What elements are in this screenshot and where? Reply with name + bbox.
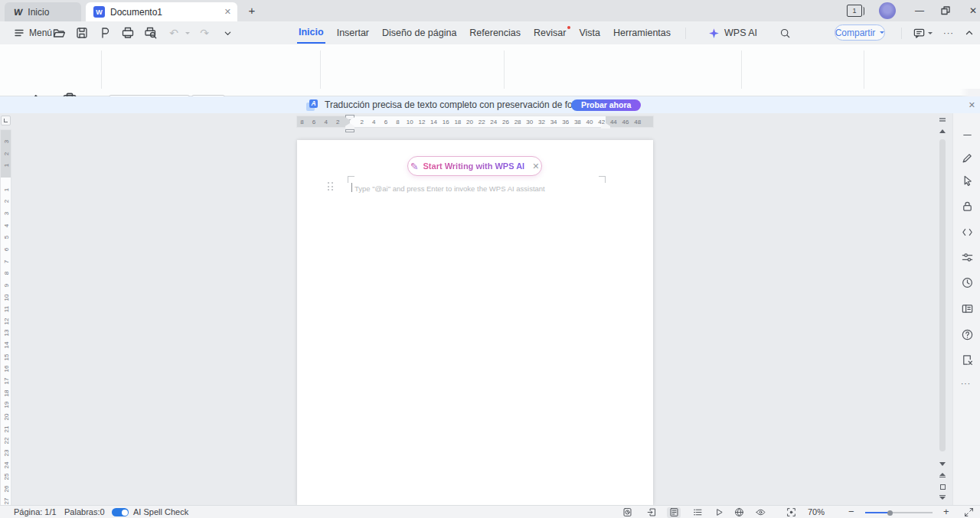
focus-mode-button[interactable] bbox=[784, 507, 798, 518]
tab-revisar[interactable]: Revisar bbox=[532, 23, 567, 43]
sidebar-more-button[interactable]: ··· bbox=[961, 380, 974, 393]
ruler-number: 6 bbox=[312, 119, 315, 125]
menu-button[interactable]: Menú bbox=[9, 21, 57, 44]
open-file-button[interactable] bbox=[51, 24, 67, 41]
web-layout-button[interactable] bbox=[732, 507, 746, 518]
new-tab-button[interactable]: + bbox=[245, 4, 259, 17]
tab-herramientas[interactable]: Herramientas bbox=[612, 23, 672, 43]
ai-pill-close-icon[interactable]: ✕ bbox=[532, 161, 539, 171]
redo-button[interactable]: ↷ bbox=[196, 24, 213, 41]
close-window-button[interactable]: ✕ bbox=[962, 0, 980, 21]
tab-inicio[interactable]: Inicio bbox=[297, 22, 325, 44]
zoom-slider[interactable] bbox=[865, 512, 933, 513]
v-ruler[interactable]: 3211234567891011121314151617181920212223… bbox=[1, 130, 11, 505]
protect-document-button[interactable] bbox=[961, 200, 974, 213]
group-divider bbox=[101, 50, 102, 89]
home-tab[interactable]: W Inicio bbox=[5, 2, 81, 21]
vertical-scrollbar[interactable] bbox=[937, 113, 948, 505]
next-page-button[interactable] bbox=[937, 493, 948, 502]
task-window-button[interactable] bbox=[620, 507, 634, 518]
source-code-button[interactable] bbox=[961, 226, 974, 239]
group-divider bbox=[504, 50, 505, 89]
wps-ai-label: WPS AI bbox=[724, 28, 757, 38]
collapse-ribbon-button[interactable] bbox=[965, 28, 974, 37]
fit-page-button[interactable] bbox=[962, 507, 975, 518]
zoom-out-button[interactable]: − bbox=[848, 506, 854, 517]
tab-insertar[interactable]: Insertar bbox=[335, 23, 371, 43]
tab-stop-selector[interactable] bbox=[1, 116, 11, 125]
print-button[interactable] bbox=[119, 24, 136, 41]
page-count[interactable]: Página: 1/1 bbox=[14, 507, 57, 516]
help-button[interactable] bbox=[961, 328, 974, 341]
expand-icon bbox=[964, 507, 974, 517]
workspace: 8642246810121416182022242628303234363840… bbox=[0, 113, 980, 505]
export-pdf-button[interactable] bbox=[96, 24, 113, 41]
pages-indicator[interactable]: 1 bbox=[847, 5, 862, 17]
read-mode-button[interactable] bbox=[753, 507, 767, 518]
left-indent-marker[interactable] bbox=[345, 129, 354, 132]
search-icon bbox=[779, 28, 791, 39]
ai-writing-pill[interactable]: ✎ Start Writing with WPS AI ✕ bbox=[407, 156, 542, 176]
document-page[interactable]: ✎ Start Writing with WPS AI ✕ Type "@ai"… bbox=[297, 140, 653, 505]
play-icon bbox=[714, 507, 724, 517]
close-tab-icon[interactable]: ✕ bbox=[224, 7, 231, 17]
document-tab[interactable]: W Documento1 ✕ bbox=[86, 2, 237, 21]
undo-caret-icon[interactable] bbox=[185, 32, 190, 34]
restore-button[interactable] bbox=[934, 0, 957, 21]
comments-button[interactable] bbox=[913, 27, 933, 40]
undo-button[interactable]: ↶ bbox=[165, 24, 182, 41]
presentation-button[interactable] bbox=[712, 507, 726, 518]
previous-page-button[interactable] bbox=[937, 471, 948, 480]
word-count[interactable]: Palabras:0 bbox=[64, 507, 105, 516]
edit-mode-button[interactable] bbox=[961, 151, 974, 165]
home-tab-label: Inicio bbox=[28, 7, 49, 18]
ruler-number: 19 bbox=[2, 402, 9, 409]
select-tool-button[interactable] bbox=[961, 174, 974, 187]
banner-close-icon[interactable]: ✕ bbox=[969, 100, 975, 110]
mobile-view-button[interactable] bbox=[645, 507, 658, 518]
zoom-level[interactable]: 70% bbox=[808, 507, 825, 516]
more-options-button[interactable]: ··· bbox=[943, 28, 954, 37]
zoom-slider-knob[interactable] bbox=[887, 510, 893, 516]
browse-object-button[interactable] bbox=[937, 482, 948, 491]
ribbon-search-button[interactable] bbox=[779, 28, 791, 39]
next-page-icon-2 bbox=[939, 497, 946, 500]
text-cursor bbox=[351, 183, 352, 192]
paragraph-drag-handle[interactable] bbox=[328, 182, 334, 192]
ribbon: Copiarformato Pegar Calibri (Cuerpo) 10 … bbox=[0, 44, 980, 96]
tab-diseno-de-pagina[interactable]: Diseño de página bbox=[381, 23, 458, 43]
ruler-number: 27 bbox=[2, 497, 9, 504]
split-view-handle[interactable] bbox=[939, 118, 946, 119]
share-button[interactable]: Compartir bbox=[835, 24, 885, 41]
navigation-pane-button[interactable] bbox=[961, 302, 974, 315]
ruler-number: 8 bbox=[300, 119, 303, 125]
history-button[interactable] bbox=[961, 276, 974, 289]
zoom-slider-fill bbox=[865, 512, 890, 513]
page-layout-view-button[interactable] bbox=[667, 507, 681, 518]
tab-referencias[interactable]: Referencias bbox=[468, 23, 522, 43]
user-avatar[interactable] bbox=[879, 2, 896, 19]
group-divider bbox=[864, 50, 864, 89]
ruler-number: 42 bbox=[598, 119, 605, 125]
ruler-number: 21 bbox=[2, 425, 9, 432]
spellcheck-toggle[interactable] bbox=[112, 508, 129, 516]
scroll-up-button[interactable] bbox=[937, 126, 948, 135]
ruler-number: 8 bbox=[2, 272, 9, 275]
h-ruler[interactable]: 8642246810121416182022242628303234363840… bbox=[297, 116, 653, 127]
banner-try-button[interactable]: Probar ahora bbox=[571, 99, 641, 111]
close-pane-button[interactable] bbox=[961, 353, 974, 367]
outline-view-button[interactable] bbox=[691, 507, 704, 518]
scroll-down-button[interactable] bbox=[937, 459, 948, 468]
scrollbar-thumb[interactable] bbox=[939, 139, 946, 451]
zoom-in-button[interactable]: + bbox=[943, 506, 949, 517]
collapse-sidebar-button[interactable] bbox=[961, 129, 974, 142]
save-button[interactable] bbox=[74, 24, 90, 41]
tab-vista[interactable]: Vista bbox=[577, 23, 602, 43]
print-preview-button[interactable] bbox=[142, 24, 159, 41]
customize-toolbar-button[interactable] bbox=[219, 24, 236, 41]
wps-ai-button[interactable]: WPS AI bbox=[708, 28, 757, 39]
properties-button[interactable] bbox=[961, 251, 974, 264]
ruler-number: 10 bbox=[2, 294, 9, 301]
ai-star-icon bbox=[708, 28, 720, 39]
minimize-button[interactable]: — bbox=[908, 0, 931, 21]
